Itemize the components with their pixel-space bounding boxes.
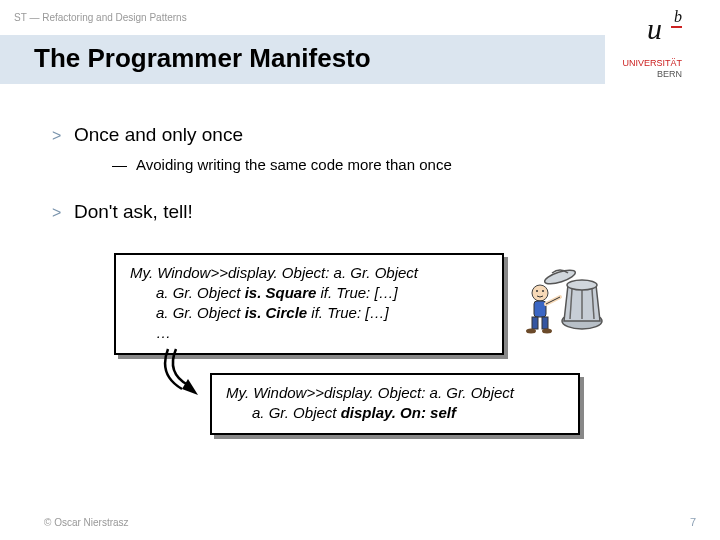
logo-letter-b: b — [674, 8, 682, 26]
code-line: … — [130, 323, 488, 343]
code-after-box: My. Window>>display. Object: a. Gr. Obje… — [210, 373, 580, 435]
svg-point-4 — [567, 280, 597, 290]
code-line: My. Window>>display. Object: a. Gr. Obje… — [130, 263, 488, 283]
svg-point-14 — [526, 329, 536, 334]
svg-rect-10 — [532, 317, 538, 329]
svg-point-15 — [542, 329, 552, 334]
code-line: My. Window>>display. Object: a. Gr. Obje… — [226, 383, 564, 403]
footer-page-number: 7 — [690, 516, 696, 528]
code-line: a. Gr. Object is. Circle if. True: […] — [130, 303, 488, 323]
trash-can-icon — [522, 249, 612, 349]
svg-point-7 — [536, 290, 538, 292]
bullet-marker: > — [50, 204, 74, 222]
svg-line-13 — [546, 297, 560, 304]
code-before-box: My. Window>>display. Object: a. Gr. Obje… — [114, 253, 504, 355]
university-logo: u b UNIVERSITÄT BERN — [605, 0, 720, 100]
footer-copyright: © Oscar Nierstrasz — [44, 517, 129, 528]
logo-underline — [671, 26, 682, 28]
content-area: > Once and only once — Avoiding writing … — [0, 84, 720, 453]
bullet-marker: > — [50, 127, 74, 145]
bullet-2: > Don't ask, tell! — [50, 201, 670, 223]
bullet-1: > Once and only once — [50, 124, 670, 146]
code-line: a. Gr. Object display. On: self — [226, 403, 564, 423]
logo-university-name: UNIVERSITÄT BERN — [612, 58, 682, 80]
code-line: a. Gr. Object is. Square if. True: […] — [130, 283, 488, 303]
code-example-zone: My. Window>>display. Object: a. Gr. Obje… — [114, 253, 670, 453]
bullet-text: Once and only once — [74, 124, 243, 146]
bullet-text: Don't ask, tell! — [74, 201, 193, 223]
sub-bullet-marker: — — [112, 156, 136, 173]
sub-bullet-1: — Avoiding writing the same code more th… — [112, 156, 670, 173]
refactor-arrow-icon — [158, 345, 214, 401]
svg-point-6 — [532, 285, 548, 301]
sub-bullet-text: Avoiding writing the same code more than… — [136, 156, 452, 173]
logo-letter-u: u — [647, 12, 662, 46]
svg-rect-11 — [542, 317, 548, 329]
svg-point-8 — [542, 290, 544, 292]
